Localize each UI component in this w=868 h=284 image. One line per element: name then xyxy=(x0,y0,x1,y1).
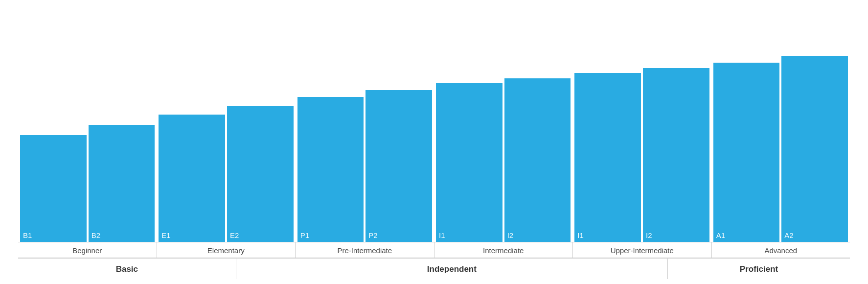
bar-code-label: E2 xyxy=(230,232,239,239)
chart-wrapper: B1B2E1E2P1P2I1I2I1I2A1A2 BeginnerElement… xyxy=(8,5,860,279)
bar-I2-3: I2 xyxy=(504,78,571,242)
bar-A2-5: A2 xyxy=(781,56,848,242)
bar-col-B1-0: B1 xyxy=(20,135,87,242)
category-row: Basic Independent Proficient xyxy=(18,258,850,279)
bar-code-label: A1 xyxy=(716,232,725,239)
bar-col-A2-5: A2 xyxy=(781,56,848,242)
bar-col-B2-0: B2 xyxy=(89,125,155,242)
bar-I1-4: I1 xyxy=(574,73,641,242)
group-bars-intermediate: I1I2 xyxy=(434,78,572,242)
bar-E1-1: E1 xyxy=(159,115,225,242)
bar-B1-0: B1 xyxy=(20,135,87,242)
bar-col-I2-3: I2 xyxy=(504,78,571,242)
bar-code-label: I1 xyxy=(577,232,584,239)
bar-code-label: A2 xyxy=(784,232,793,239)
level-label-beginner: Beginner xyxy=(18,242,157,258)
bar-code-label: I2 xyxy=(507,232,514,239)
group-bars-advanced: A1A2 xyxy=(711,56,850,242)
bar-code-label: B1 xyxy=(23,232,32,239)
group-bars-beginner: B1B2 xyxy=(18,125,157,242)
level-label-upper-intermediate: Upper-Intermediate xyxy=(573,242,712,258)
group-bars-pre-intermediate: P1P2 xyxy=(296,90,434,242)
bar-group-intermediate: I1I2 xyxy=(434,78,572,242)
bar-P1-2: P1 xyxy=(297,97,364,242)
bar-code-label: I2 xyxy=(646,232,652,239)
bar-group-pre-intermediate: P1P2 xyxy=(296,90,434,242)
level-label-elementary: Elementary xyxy=(157,242,296,258)
level-row: BeginnerElementaryPre-IntermediateInterm… xyxy=(18,242,850,258)
bars-area: B1B2E1E2P1P2I1I2I1I2A1A2 xyxy=(18,15,850,242)
bar-col-E2-1: E2 xyxy=(227,106,294,242)
bar-E2-1: E2 xyxy=(227,106,294,242)
bar-col-I1-3: I1 xyxy=(436,83,503,242)
bar-group-upper-intermediate: I1I2 xyxy=(572,68,711,242)
bar-group-elementary: E1E2 xyxy=(157,106,295,242)
bar-group-advanced: A1A2 xyxy=(711,56,850,242)
group-bars-elementary: E1E2 xyxy=(157,106,295,242)
level-label-advanced: Advanced xyxy=(712,242,850,258)
bar-code-label: P1 xyxy=(300,232,309,239)
category-independent: Independent xyxy=(236,259,668,279)
group-bars-upper-intermediate: I1I2 xyxy=(572,68,711,242)
category-basic: Basic xyxy=(18,259,236,279)
bar-B2-0: B2 xyxy=(89,125,155,242)
bar-col-I1-4: I1 xyxy=(574,73,641,242)
bar-code-label: I1 xyxy=(439,232,445,239)
bar-col-I2-4: I2 xyxy=(643,68,709,242)
bar-code-label: E1 xyxy=(161,232,170,239)
bar-I1-3: I1 xyxy=(436,83,503,242)
category-proficient: Proficient xyxy=(668,259,850,279)
bar-code-label: P2 xyxy=(368,232,377,239)
level-label-pre-intermediate: Pre-Intermediate xyxy=(296,242,434,258)
bar-col-A1-5: A1 xyxy=(713,63,780,242)
bar-code-label: B2 xyxy=(91,232,100,239)
bar-col-P1-2: P1 xyxy=(297,97,364,242)
bar-A1-5: A1 xyxy=(713,63,780,242)
bar-I2-4: I2 xyxy=(643,68,709,242)
bar-P2-2: P2 xyxy=(365,90,432,242)
bar-col-E1-1: E1 xyxy=(159,115,225,242)
bar-col-P2-2: P2 xyxy=(365,90,432,242)
level-label-intermediate: Intermediate xyxy=(434,242,573,258)
bar-group-beginner: B1B2 xyxy=(18,125,157,242)
